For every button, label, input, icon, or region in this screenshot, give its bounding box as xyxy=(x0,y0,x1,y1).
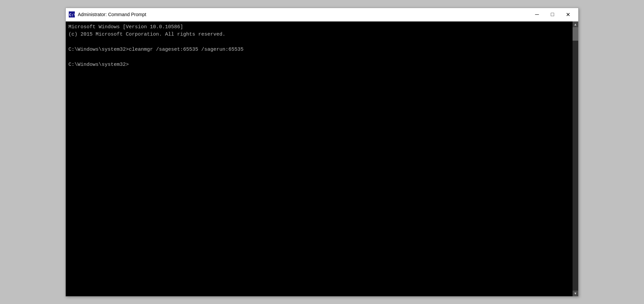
title-bar: C:\ Administrator: Command Prompt ─ □ ✕ xyxy=(66,8,578,21)
svg-text:C:\: C:\ xyxy=(69,13,75,17)
scroll-down-arrow[interactable]: ▼ xyxy=(573,291,578,296)
scroll-track[interactable] xyxy=(573,27,578,291)
close-button[interactable]: ✕ xyxy=(560,8,576,21)
scrollbar[interactable]: ▲ ▼ xyxy=(573,21,578,296)
window-controls: ─ □ ✕ xyxy=(529,8,576,21)
terminal-body[interactable]: Microsoft Windows [Version 10.0.10586] (… xyxy=(66,21,578,296)
scroll-up-arrow[interactable]: ▲ xyxy=(573,21,578,27)
scroll-thumb[interactable] xyxy=(573,27,578,41)
cmd-svg-icon: C:\ xyxy=(69,11,75,17)
maximize-button[interactable]: □ xyxy=(545,8,560,21)
terminal-output: Microsoft Windows [Version 10.0.10586] (… xyxy=(68,24,576,69)
window-title: Administrator: Command Prompt xyxy=(78,12,529,17)
cmd-window: C:\ Administrator: Command Prompt ─ □ ✕ … xyxy=(65,8,579,297)
minimize-button[interactable]: ─ xyxy=(529,8,545,21)
cmd-icon: C:\ xyxy=(68,11,75,18)
